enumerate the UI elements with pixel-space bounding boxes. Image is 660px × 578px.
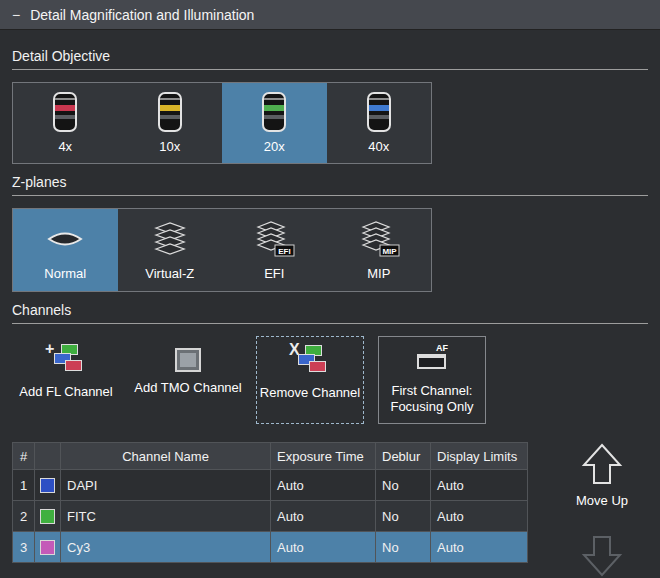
section-title-z-planes: Z-planes [12,174,648,190]
remove-channel-button[interactable]: X Remove Channel [256,336,364,424]
exposure-cell: Auto [271,532,376,563]
detail-panel: − Detail Magnification and Illumination … [0,0,660,578]
add-fl-channel-button[interactable]: + Add FL Channel [12,336,120,424]
mip-stack-icon: MIP [357,219,401,259]
objective-option-20x[interactable]: 20x [222,83,327,163]
svg-text:EFI: EFI [279,247,291,256]
objective-group: 4x 10x 20x 40x [12,82,432,164]
section-title-detail-objective: Detail Objective [12,48,648,64]
objective-lens-icon [262,92,286,132]
objective-option-label: 20x [264,139,285,154]
autofocus-icon: AF [415,345,449,375]
move-up-button[interactable] [579,442,625,489]
deblur-cell: No [376,470,431,501]
header-limits: Display Limits [431,443,527,470]
section-divider [12,69,648,70]
move-up-label: Move Up [576,493,628,508]
first-channel-focusing-only-button[interactable]: AF First Channel: Focusing Only [378,336,486,424]
add-tmo-channel-button[interactable]: Add TMO Channel [134,336,242,424]
z-plane-label: Virtual-Z [145,266,194,281]
add-fl-channel-icon: + [45,344,87,376]
objective-option-label: 40x [368,139,389,154]
z-plane-option-normal[interactable]: Normal [13,209,118,291]
exposure-cell: Auto [271,470,376,501]
display-limits-cell: Auto [431,532,527,563]
move-up-arrow-icon [579,442,625,486]
header-deblur: Deblur [376,443,431,470]
color-swatch[interactable] [40,509,55,524]
display-limits-cell: Auto [431,501,527,532]
channel-name-cell: DAPI [61,470,271,501]
color-swatch[interactable] [40,478,55,493]
color-swatch-cell [35,501,61,532]
header-name: Channel Name [61,443,271,470]
z-plane-option-efi[interactable]: EFI EFI [222,209,327,291]
move-controls: Move Up [576,442,628,578]
button-label: Remove Channel [260,385,360,401]
z-planes-group: Normal Virtual-Z EFI [12,208,432,292]
color-swatch-cell [35,470,61,501]
section-title-channels: Channels [12,302,648,318]
objective-option-40x[interactable]: 40x [327,83,432,163]
header-color [35,443,61,470]
table-row-dapi[interactable]: 1 DAPI Auto No Auto [13,470,527,501]
move-down-arrow-icon [579,534,625,578]
deblur-cell: No [376,532,431,563]
svg-text:MIP: MIP [382,247,397,256]
display-limits-cell: Auto [431,470,527,501]
move-down-button[interactable] [579,534,625,578]
section-divider [12,195,648,196]
z-plane-option-mip[interactable]: MIP MIP [327,209,432,291]
objective-option-label: 4x [58,139,72,154]
objective-lens-icon [53,92,77,132]
color-swatch[interactable] [40,540,55,555]
panel-title: Detail Magnification and Illumination [30,7,254,23]
button-label: First Channel: Focusing Only [379,383,485,416]
table-row-fitc[interactable]: 2 FITC Auto No Auto [13,501,527,532]
collapse-icon[interactable]: − [12,7,20,23]
efi-stack-icon: EFI [252,219,296,259]
objective-option-label: 10x [159,139,180,154]
objective-option-10x[interactable]: 10x [118,83,223,163]
z-plane-label: EFI [264,266,284,281]
deblur-cell: No [376,501,431,532]
normal-lens-icon [43,219,87,259]
row-num: 2 [13,501,35,532]
header-num: # [13,443,35,470]
z-plane-label: MIP [367,266,390,281]
row-num: 1 [13,470,35,501]
channel-table-header: # Channel Name Exposure Time Deblur Disp… [13,443,527,470]
header-exposure: Exposure Time [271,443,376,470]
row-num: 3 [13,532,35,563]
virtual-z-stack-icon [148,219,192,259]
channel-table: # Channel Name Exposure Time Deblur Disp… [12,442,528,563]
remove-channel-icon: X [289,345,331,377]
button-label: Add TMO Channel [134,380,241,396]
section-divider [12,323,648,324]
z-plane-label: Normal [44,266,86,281]
channel-name-cell: Cy3 [61,532,271,563]
button-label: Add FL Channel [19,384,112,400]
color-swatch-cell [35,532,61,563]
table-row-cy3[interactable]: 3 Cy3 Auto No Auto [13,532,527,563]
channel-name-cell: FITC [61,501,271,532]
exposure-cell: Auto [271,501,376,532]
objective-lens-icon [158,92,182,132]
objective-lens-icon [367,92,391,132]
objective-option-4x[interactable]: 4x [13,83,118,163]
channel-buttons: + Add FL Channel Add TMO Channel X Remov… [12,336,648,424]
z-plane-option-virtual-z[interactable]: Virtual-Z [118,209,223,291]
add-tmo-channel-icon [175,348,201,372]
panel-header[interactable]: − Detail Magnification and Illumination [0,0,660,30]
